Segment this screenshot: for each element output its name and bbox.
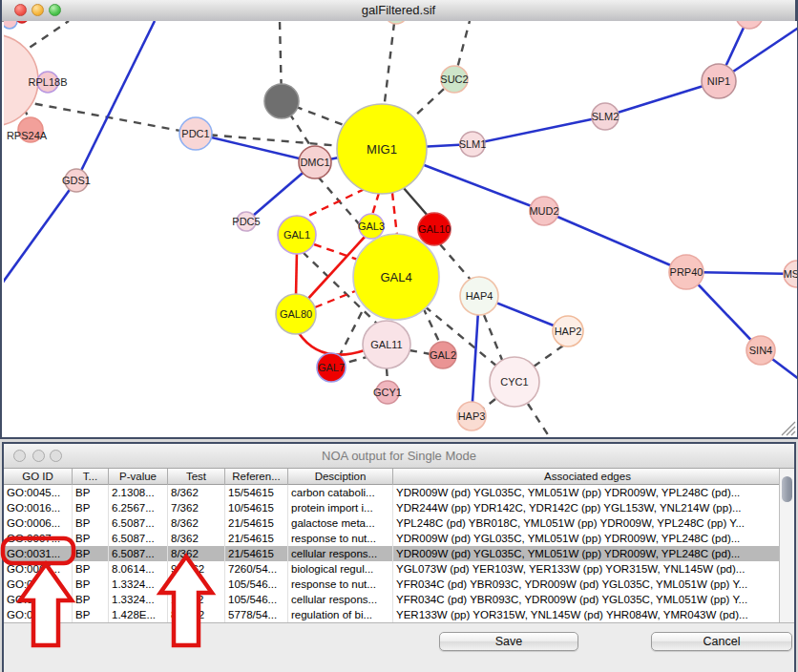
node-label-GAL11: GAL11 xyxy=(370,339,402,350)
node-label-CYC1: CYC1 xyxy=(500,376,528,388)
network-edge-red[interactable] xyxy=(296,250,297,296)
vertical-scrollbar[interactable] xyxy=(779,469,794,622)
table-cell: 6.5087... xyxy=(109,515,168,531)
column-header-associated-edges[interactable]: Associated edges xyxy=(393,469,783,485)
network-edge-dark[interactable] xyxy=(403,187,429,217)
network-edge-blue[interactable] xyxy=(4,180,76,284)
table-cell: GO:0031... xyxy=(4,577,73,592)
table-cell: 6.5087... xyxy=(109,531,168,546)
column-header-referen-[interactable]: Referen... xyxy=(225,469,288,485)
network-edge-dash[interactable] xyxy=(384,23,394,110)
table-header-row: GO IDT...P-valueTestReferen...Desciption… xyxy=(4,469,794,485)
network-edge-blue[interactable] xyxy=(544,211,686,272)
node-label-GAL1: GAL1 xyxy=(284,229,310,241)
node-green-partial-top[interactable] xyxy=(385,21,408,24)
node-small-red-corner[interactable] xyxy=(16,21,28,23)
table-row[interactable]: GO:0031...BP6.5087...8/36221/54615cellul… xyxy=(4,546,783,561)
node-label-RPL18B: RPL18B xyxy=(29,76,68,88)
table-cell: response to nut... xyxy=(288,531,393,546)
network-edge-dash[interactable] xyxy=(423,307,440,344)
table-cell: BP xyxy=(73,577,109,592)
table-cell: YGL073W (pd) YER103W, YER133W (pp) YOR31… xyxy=(393,561,783,577)
network-edge-blue[interactable] xyxy=(76,21,155,180)
table-row[interactable]: GO:0016...BP6.2567...7/36210/54615protei… xyxy=(4,500,783,515)
table-row[interactable]: GO:0006...BP6.5087...8/36221/54615galact… xyxy=(4,515,783,531)
network-edge-blue[interactable] xyxy=(472,116,605,144)
node-label-HAP3: HAP3 xyxy=(458,410,486,422)
table-cell: GO:0007... xyxy=(4,531,73,546)
network-edge-dash[interactable] xyxy=(534,346,563,367)
node-label-GAL2: GAL2 xyxy=(430,349,456,361)
node-label-MSL1: MSL1 xyxy=(784,268,797,280)
network-edge-reddash[interactable] xyxy=(315,291,355,307)
table-cell: GO:0006... xyxy=(4,515,73,531)
table-row[interactable]: GO:0007...BP6.5087...8/36221/54615respon… xyxy=(4,531,783,546)
table-cell: GO:0050... xyxy=(4,607,73,622)
network-edge-reddash[interactable] xyxy=(392,193,397,236)
table-cell: response to nut... xyxy=(288,577,393,592)
network-edge-reddash[interactable] xyxy=(303,189,365,219)
scrollbar-thumb[interactable] xyxy=(782,476,792,502)
table-cell: BP xyxy=(73,592,109,607)
noa-window-titlebar[interactable]: NOA output for Single Mode xyxy=(4,444,794,469)
table-row[interactable]: GO:0050...BP1.428E...80/3625778/54...reg… xyxy=(4,607,783,622)
table-cell: 21/54615 xyxy=(225,546,288,561)
table-cell: YFR034C (pd) YBR093C, YDR009W (pd) YGL03… xyxy=(393,592,783,607)
network-edge-dash[interactable] xyxy=(387,368,388,382)
resize-grip[interactable] xyxy=(778,418,797,437)
table-body: GO:0045...BP2.1308...8/36215/54615carbon… xyxy=(4,485,783,622)
table-cell: cellular respons... xyxy=(288,592,393,607)
node-pink-partial-topright[interactable] xyxy=(736,21,763,29)
table-cell: 80/362 xyxy=(168,607,225,622)
network-edge-dash[interactable] xyxy=(410,350,430,354)
table-cell: 8/362 xyxy=(168,485,225,500)
table-cell: 21/54615 xyxy=(225,515,288,531)
column-header-go-id[interactable]: GO ID xyxy=(4,469,73,485)
node-label-PDC1: PDC1 xyxy=(181,128,209,139)
node-label-GDS1: GDS1 xyxy=(62,175,91,186)
column-header-p-value[interactable]: P-value xyxy=(109,469,168,485)
table-cell: 21/54615 xyxy=(225,531,288,546)
table-cell: regulation of bi... xyxy=(288,607,393,622)
network-canvas[interactable]: RPL18BRPS24AGDS1PDC1DMC1MIG1PDC5SUC2SLM1… xyxy=(4,21,797,437)
table-cell: 7260/54... xyxy=(225,561,288,577)
network-edge-red[interactable] xyxy=(299,333,365,355)
network-edge-dash[interactable] xyxy=(528,404,549,436)
network-edge-dash[interactable] xyxy=(339,312,362,357)
table-cell: GO:0031... xyxy=(4,592,73,607)
noa-output-window: NOA output for Single Mode GO IDT...P-va… xyxy=(2,442,796,672)
node-label-GAL4: GAL4 xyxy=(380,270,411,284)
network-edge-dash[interactable] xyxy=(440,244,471,280)
cancel-button[interactable]: Cancel xyxy=(651,632,792,651)
network-edge-dash[interactable] xyxy=(484,315,502,360)
table-cell: galactose meta... xyxy=(288,515,393,531)
column-header-test[interactable]: Test xyxy=(168,469,225,485)
table-cell: 1.3324... xyxy=(109,592,168,607)
table-row[interactable]: GO:0065...BP8.0614...94/3627260/54...bio… xyxy=(4,561,783,577)
screen: galFiltered.sif RPL18BRPS24AGDS1PDC1DMC1… xyxy=(0,0,798,672)
table-cell: YDR009W (pd) YGL035C, YML051W (pp) YDR00… xyxy=(393,531,783,546)
column-header-desciption[interactable]: Desciption xyxy=(288,469,393,485)
node-label-GAL3: GAL3 xyxy=(358,220,385,232)
table-cell: 1.3324... xyxy=(109,577,168,592)
column-header-t-[interactable]: T... xyxy=(73,469,109,485)
table-cell: 7/362 xyxy=(168,500,225,515)
node-gray-unlabeled[interactable] xyxy=(264,84,299,118)
table-cell: 8/362 xyxy=(168,531,225,546)
table-row[interactable]: GO:0045...BP2.1308...8/36215/54615carbon… xyxy=(4,485,783,500)
table-cell: GO:0016... xyxy=(4,500,73,515)
table-cell: YDR009W (pd) YGL035C, YML051W (pp) YDR00… xyxy=(393,546,783,561)
node-small-pink-corner[interactable] xyxy=(4,21,17,29)
network-window-title: galFiltered.sif xyxy=(2,3,795,17)
table-cell: BP xyxy=(73,546,109,561)
table-cell: 105/546... xyxy=(225,577,288,592)
table-row[interactable]: GO:0031...BP1.3324...11/362105/546...cel… xyxy=(4,592,783,607)
network-window-titlebar[interactable]: galFiltered.sif xyxy=(2,0,795,22)
save-button[interactable]: Save xyxy=(439,632,578,651)
table-cell: YDR009W (pd) YGL035C, YML051W (pp) YDR00… xyxy=(393,485,783,500)
node-label-GAL7: GAL7 xyxy=(318,362,345,373)
table-row[interactable]: GO:0031...BP1.3324...11/362105/546...res… xyxy=(4,577,783,592)
network-edge-reddash[interactable] xyxy=(372,193,379,215)
noa-footer: Save Cancel xyxy=(4,622,794,672)
table-cell: GO:0045... xyxy=(4,485,73,500)
